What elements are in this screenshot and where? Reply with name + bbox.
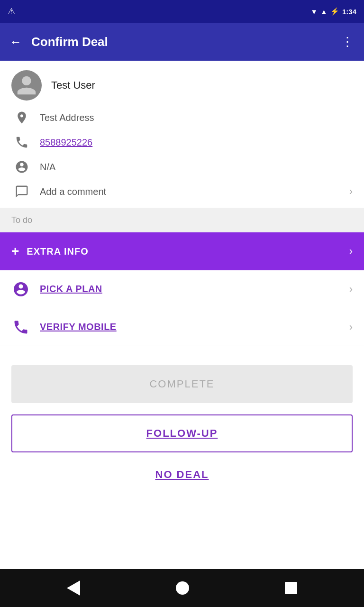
- location-icon: [13, 109, 30, 126]
- recent-nav-icon: [285, 582, 297, 594]
- todo-label: To do: [11, 215, 32, 225]
- address-row: Test Address: [11, 109, 353, 126]
- rating-icon: [13, 158, 30, 175]
- comment-chevron-icon: ›: [349, 185, 353, 198]
- rating-row: N/A: [11, 158, 353, 175]
- back-button[interactable]: ←: [9, 35, 22, 49]
- plan-icon: [11, 280, 30, 299]
- phone-icon: [13, 134, 30, 151]
- more-menu-button[interactable]: ⋮: [341, 35, 355, 49]
- pick-a-plan-chevron-icon: ›: [349, 283, 353, 295]
- status-bar: ⚠ ▼ ▲ ⚡ 1:34: [0, 0, 364, 23]
- battery-icon: ⚡: [330, 7, 339, 16]
- app-bar: ← Confirm Deal ⋮: [0, 23, 364, 61]
- verify-mobile-chevron-icon: ›: [349, 321, 353, 333]
- time-display: 1:34: [342, 8, 356, 16]
- pick-a-plan-row[interactable]: PICK A PLAN ›: [0, 270, 364, 308]
- todo-divider: To do: [0, 208, 364, 232]
- comment-row[interactable]: Add a comment ›: [11, 183, 353, 200]
- phone-text[interactable]: 8588925226: [40, 137, 92, 148]
- nav-recent-button[interactable]: [285, 582, 297, 594]
- complete-button[interactable]: COMPLETE: [11, 365, 353, 403]
- followup-button[interactable]: FOLLOW-UP: [11, 414, 353, 452]
- rating-text: N/A: [40, 162, 55, 173]
- user-name: Test User: [51, 79, 95, 92]
- mobile-icon: [11, 318, 30, 337]
- warning-icon: ⚠: [8, 6, 15, 17]
- pick-a-plan-label: PICK A PLAN: [40, 284, 102, 294]
- address-text: Test Address: [40, 112, 94, 123]
- user-section: Test User Test Address 8588925226: [0, 61, 364, 200]
- content-area: Test User Test Address 8588925226: [0, 61, 364, 569]
- nav-back-button[interactable]: [67, 580, 80, 596]
- bottom-nav: [0, 569, 364, 607]
- status-bar-right: ▼ ▲ ⚡ 1:34: [310, 7, 356, 16]
- phone-row[interactable]: 8588925226: [11, 134, 353, 151]
- comment-icon: [13, 183, 30, 200]
- actions-area: COMPLETE FOLLOW-UP NO DEAL: [0, 346, 364, 495]
- avatar: [11, 70, 42, 101]
- verify-mobile-label: VERIFY MOBILE: [40, 322, 117, 332]
- extra-info-chevron-icon: ›: [349, 245, 353, 258]
- extra-info-button[interactable]: + EXTRA INFO ›: [0, 232, 364, 270]
- nav-home-button[interactable]: [176, 581, 189, 595]
- home-nav-icon: [176, 581, 189, 595]
- comment-text: Add a comment: [40, 186, 340, 197]
- wifi-icon: ▼: [310, 8, 318, 16]
- verify-mobile-row[interactable]: VERIFY MOBILE ›: [0, 308, 364, 346]
- page-title: Confirm Deal: [31, 35, 108, 49]
- user-row: Test User: [11, 70, 353, 101]
- back-nav-icon: [67, 580, 80, 596]
- signal-icon: ▲: [320, 8, 328, 16]
- user-avatar-icon: [15, 74, 38, 97]
- nodeal-button[interactable]: NO DEAL: [11, 464, 353, 486]
- plus-icon: +: [11, 244, 19, 259]
- extra-info-label: EXTRA INFO: [27, 246, 88, 257]
